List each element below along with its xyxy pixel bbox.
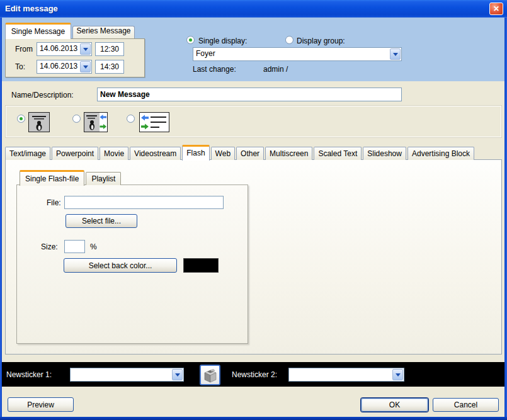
- tab-movie[interactable]: Movie: [100, 147, 128, 160]
- type-message-newsticker-radio[interactable]: [72, 115, 81, 123]
- edit-message-dialog: Edit message ✕ Single Message Series Mes…: [0, 0, 507, 420]
- display-group-label: Display group:: [297, 37, 345, 45]
- newsticker2-combobox[interactable]: [288, 368, 404, 382]
- last-change-label: Last change:: [193, 65, 236, 74]
- select-file-button[interactable]: Select file...: [66, 214, 137, 228]
- schedule-section: Single Message Series Message From 14.06…: [2, 18, 504, 81]
- footer: Preview OK Cancel: [2, 387, 504, 417]
- from-label: From: [15, 45, 33, 54]
- tab-web[interactable]: Web: [211, 147, 235, 160]
- display-dropdown-icon[interactable]: [390, 48, 401, 60]
- newsticker2-label: Newsticker 2:: [232, 370, 277, 379]
- window-title: Edit message: [5, 4, 58, 13]
- tab-series-message[interactable]: Series Message: [72, 26, 135, 39]
- tab-text-image[interactable]: Text/image: [5, 147, 50, 160]
- window-border-bottom: [0, 417, 507, 420]
- tab-playlist[interactable]: Playlist: [86, 172, 121, 185]
- single-display-label: Single display:: [198, 37, 247, 45]
- to-date-dropdown-icon[interactable]: [80, 61, 91, 72]
- type-newsticker-only-radio[interactable]: [127, 115, 135, 123]
- tab-single-flash-file[interactable]: Single Flash-file: [20, 170, 84, 186]
- tab-flash[interactable]: Flash: [182, 145, 209, 161]
- name-description-input[interactable]: [97, 88, 402, 101]
- tab-single-message[interactable]: Single Message: [5, 23, 71, 39]
- select-back-color-button[interactable]: Select back color...: [64, 258, 177, 273]
- last-change-value: admin /: [263, 65, 288, 74]
- newsticker-only-icon: [139, 112, 169, 132]
- close-icon[interactable]: ✕: [489, 3, 503, 15]
- file-input[interactable]: [64, 196, 224, 209]
- tab-scaled-text[interactable]: Scaled Text: [314, 147, 362, 160]
- display-combobox-value: Foyer: [196, 49, 389, 58]
- flash-sub-tab-strip: Single Flash-file Playlist: [20, 169, 121, 185]
- to-date-combobox[interactable]: 14.06.2013: [37, 60, 92, 74]
- message-icon: [28, 112, 50, 132]
- single-flash-file-panel: File: Select file... Size: % Select back…: [16, 184, 248, 344]
- window-border-right: [504, 18, 507, 420]
- type-message-radio[interactable]: [17, 115, 25, 123]
- display-combobox[interactable]: Foyer: [193, 47, 402, 61]
- message-with-newsticker-icon: [84, 112, 108, 132]
- file-label: File:: [47, 198, 61, 207]
- tab-other[interactable]: Other: [236, 147, 264, 160]
- tab-videostream[interactable]: Videostream: [130, 147, 181, 160]
- size-input[interactable]: [64, 240, 85, 253]
- from-time-field[interactable]: 12:30: [95, 42, 124, 56]
- newsticker-settings-button[interactable]: [200, 365, 220, 385]
- from-date-combobox[interactable]: 14.06.2013: [37, 42, 92, 56]
- single-display-radio[interactable]: [186, 36, 195, 44]
- newsticker2-dropdown-icon[interactable]: [392, 369, 403, 380]
- message-type-groupbox: [5, 105, 502, 138]
- tab-multiscreen[interactable]: Multiscreen: [265, 147, 312, 160]
- size-unit-label: %: [90, 242, 97, 251]
- tab-powerpoint[interactable]: Powerpoint: [52, 147, 98, 160]
- from-date-value: 14.06.2013: [40, 44, 79, 53]
- preview-button[interactable]: Preview: [8, 397, 74, 412]
- from-date-dropdown-icon[interactable]: [80, 43, 91, 55]
- newsticker1-combobox[interactable]: [70, 368, 184, 382]
- display-group-radio[interactable]: [285, 36, 293, 44]
- content-tab-strip: Text/image Powerpoint Movie Videostream …: [5, 144, 474, 160]
- schedule-panel: From 14.06.2013 12:30 To: 14.06.2013 14:…: [5, 38, 145, 77]
- tab-advertising-block[interactable]: Advertising Block: [407, 147, 474, 160]
- tab-slideshow[interactable]: Slideshow: [363, 147, 406, 160]
- ok-button[interactable]: OK: [361, 398, 428, 412]
- newsticker1-label: Newsticker 1:: [6, 370, 52, 379]
- newsticker1-dropdown-icon[interactable]: [172, 369, 183, 380]
- to-time-field[interactable]: 14:30: [95, 60, 124, 74]
- to-label: To:: [15, 62, 25, 71]
- cube-icon: [203, 368, 217, 383]
- name-description-label: Name/Description:: [11, 91, 74, 99]
- titlebar[interactable]: Edit message: [0, 0, 507, 18]
- newsticker-bar: Newsticker 1: Newsticker 2:: [2, 362, 504, 387]
- size-label: Size:: [41, 242, 58, 251]
- back-color-swatch: [183, 258, 219, 273]
- flash-tab-page: Single Flash-file Playlist File: Select …: [5, 159, 502, 355]
- cancel-button[interactable]: Cancel: [433, 398, 499, 412]
- to-date-value: 14.06.2013: [40, 62, 79, 71]
